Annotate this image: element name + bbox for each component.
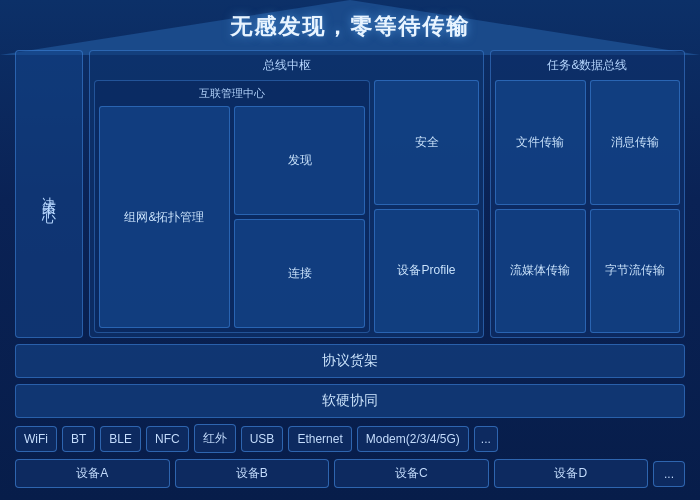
- center-bus-title: 总线中枢: [94, 55, 479, 76]
- protocol-shelf-bar: 协议货架: [15, 344, 685, 378]
- softhw-bar: 软硬协同: [15, 384, 685, 418]
- title-bar: 无感发现，零等待传输: [0, 0, 700, 50]
- device-profile-cell: 设备Profile: [374, 209, 479, 334]
- device-d: 设备D: [494, 459, 649, 488]
- security-cell: 安全: [374, 80, 479, 205]
- device-more: ...: [653, 461, 685, 487]
- chips-row: WiFi BT BLE NFC 红外 USB Ethernet Modem(2/…: [15, 424, 685, 453]
- chip-bt: BT: [62, 426, 95, 452]
- content-area: 决策中心 总线中枢 互联管理中心 组网&拓扑管理 发现 连接: [15, 50, 685, 500]
- chip-wifi: WiFi: [15, 426, 57, 452]
- chip-usb: USB: [241, 426, 284, 452]
- device-c: 设备C: [334, 459, 489, 488]
- grid-cell-connect: 连接: [234, 219, 365, 328]
- chip-infrared: 红外: [194, 424, 236, 453]
- devices-row: 设备A 设备B 设备C 设备D ...: [15, 459, 685, 494]
- bus-row: 决策中心 总线中枢 互联管理中心 组网&拓扑管理 发现 连接: [15, 50, 685, 338]
- center-row: 互联管理中心 组网&拓扑管理 发现 连接 安全 设备Profile: [94, 80, 479, 333]
- device-a: 设备A: [15, 459, 170, 488]
- right-panels: 安全 设备Profile: [374, 80, 479, 333]
- task-panel: 任务&数据总线 文件传输 消息传输 流媒体传输 字节流传输: [490, 50, 685, 338]
- interconnect-grid: 组网&拓扑管理 发现 连接: [99, 106, 365, 328]
- task-cell-byte: 字节流传输: [590, 209, 681, 334]
- main-title: 无感发现，零等待传输: [230, 14, 470, 39]
- chip-modem: Modem(2/3/4/5G): [357, 426, 469, 452]
- device-b: 设备B: [175, 459, 330, 488]
- chip-ble: BLE: [100, 426, 141, 452]
- chip-ethernet: Ethernet: [288, 426, 351, 452]
- main-wrapper: 无感发现，零等待传输 决策中心 总线中枢 互联管理中心 组网&拓扑管理 发现: [0, 0, 700, 500]
- task-grid: 文件传输 消息传输 流媒体传输 字节流传输: [495, 80, 680, 333]
- chip-nfc: NFC: [146, 426, 189, 452]
- decision-panel: 决策中心: [15, 50, 83, 338]
- interconnect-title: 互联管理中心: [99, 85, 365, 102]
- center-bus-panel: 总线中枢 互联管理中心 组网&拓扑管理 发现 连接 安全 设: [89, 50, 484, 338]
- task-cell-message: 消息传输: [590, 80, 681, 205]
- interconnect-panel: 互联管理中心 组网&拓扑管理 发现 连接: [94, 80, 370, 333]
- grid-cell-discover: 发现: [234, 106, 365, 215]
- chip-more: ...: [474, 426, 498, 452]
- task-cell-stream: 流媒体传输: [495, 209, 586, 334]
- task-panel-title: 任务&数据总线: [495, 55, 680, 76]
- grid-cell-topology: 组网&拓扑管理: [99, 106, 230, 328]
- task-cell-file: 文件传输: [495, 80, 586, 205]
- decision-label: 决策中心: [40, 186, 58, 202]
